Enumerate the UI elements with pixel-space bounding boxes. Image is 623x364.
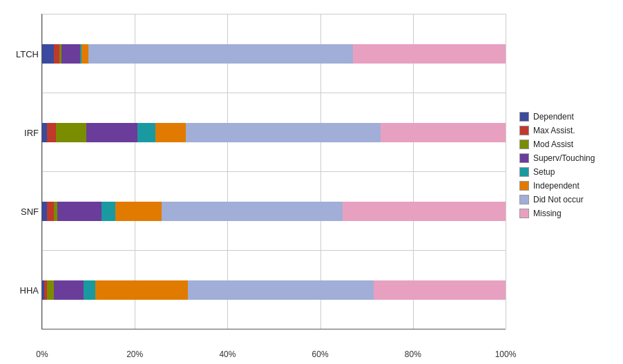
bar-segment-mod-assist [47, 280, 54, 300]
chart-container: LTCHIRFSNFHHA0%20%40%60%80%100% Dependen… [0, 0, 623, 364]
bar-segment-setup [102, 202, 115, 221]
legend-label: Setup [533, 167, 555, 177]
bar-segment-setup [137, 123, 156, 142]
legend-swatch [519, 195, 529, 204]
legend-swatch [519, 167, 529, 177]
bar [42, 44, 506, 64]
bar-segment-mod-assist [56, 123, 86, 142]
chart-area: LTCHIRFSNFHHA0%20%40%60%80%100% [41, 14, 506, 329]
legend-item: Missing [519, 209, 616, 218]
bar-segment-missing [381, 123, 506, 142]
legend-label: Did Not occur [533, 195, 584, 204]
legend-item: Max Assist. [519, 126, 616, 135]
legend-item: Independent [519, 181, 616, 191]
row-label: SNF [4, 206, 39, 216]
bar-segment-missing [353, 44, 506, 64]
legend-label: Dependent [533, 112, 574, 122]
legend: DependentMax Assist.Mod AssistSuperv/Tou… [506, 14, 616, 329]
legend-item: Setup [519, 167, 616, 177]
legend-swatch [519, 209, 529, 218]
bar-row-group: IRF [42, 93, 506, 171]
bar-segment-did-not-occur [186, 123, 381, 142]
bar-segment-dependent [42, 202, 47, 221]
bar [42, 202, 506, 221]
row-label: LTCH [4, 48, 39, 59]
bar [42, 280, 506, 300]
x-axis-label: 0% [36, 349, 48, 359]
bar-segment-did-not-occur [88, 44, 352, 64]
bar-segment-setup [84, 280, 95, 300]
legend-item: Dependent [519, 112, 616, 122]
bar-row-group: LTCH [42, 14, 506, 93]
bar-segment-independent [82, 44, 88, 64]
legend-label: Missing [533, 209, 562, 218]
row-label: IRF [4, 127, 39, 137]
bar-row-group: HHA [42, 250, 506, 329]
legend-swatch [519, 181, 529, 191]
legend-label: Max Assist. [533, 126, 575, 135]
bar-segment-max-assist- [47, 202, 54, 221]
bar-segment-dependent [42, 123, 47, 142]
bar-segment-did-not-occur [188, 280, 373, 300]
row-label: HHA [4, 285, 39, 295]
x-axis-label: 80% [405, 349, 421, 359]
bar-segment-missing [343, 202, 506, 221]
legend-swatch [519, 140, 529, 149]
legend-label: Superv/Touching [533, 153, 595, 163]
legend-swatch [519, 153, 529, 163]
x-axis-label: 60% [312, 349, 329, 359]
bar-segment-did-not-occur [162, 202, 343, 221]
bar-segment-max-assist- [54, 44, 59, 64]
bar-segment-superv-touching [86, 123, 137, 142]
bar-segment-independent [155, 123, 186, 142]
legend-item: Mod Assist [519, 140, 616, 149]
legend-item: Did Not occur [519, 195, 616, 204]
bar [42, 123, 506, 142]
bar-segment-superv-touching [61, 44, 80, 64]
x-axis-label: 40% [219, 349, 236, 359]
legend-item: Superv/Touching [519, 153, 616, 163]
legend-swatch [519, 112, 529, 122]
x-axis-label: 20% [126, 349, 143, 359]
bar-segment-superv-touching [54, 280, 84, 300]
bar-segment-max-assist- [47, 123, 56, 142]
bar-row-group: SNF [42, 171, 506, 250]
bar-segment-dependent [42, 44, 54, 64]
legend-label: Mod Assist [533, 140, 573, 149]
x-axis-label: 100% [495, 349, 517, 359]
legend-label: Independent [533, 181, 579, 191]
bar-segment-independent [95, 280, 188, 300]
bar-segment-superv-touching [57, 202, 102, 221]
bar-segment-missing [374, 280, 506, 300]
bar-segment-independent [115, 202, 162, 221]
legend-swatch [519, 126, 529, 135]
